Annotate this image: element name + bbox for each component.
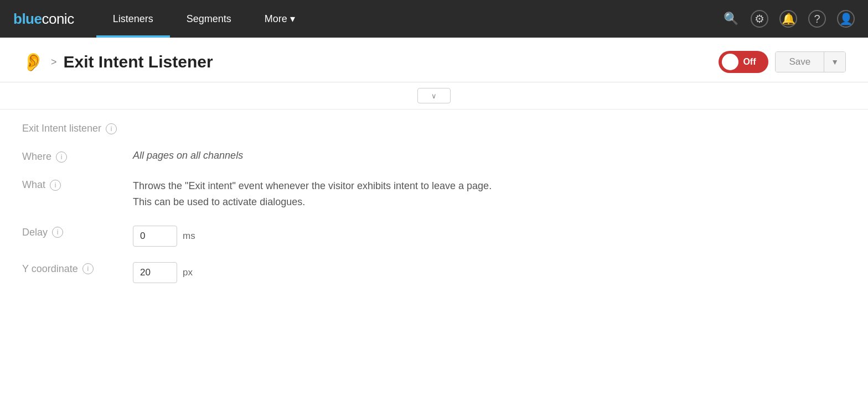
toggle-circle	[722, 54, 738, 70]
listener-icon: 👂	[22, 51, 44, 72]
search-icon[interactable]: 🔍	[722, 10, 740, 28]
breadcrumb-arrow: >	[51, 56, 57, 68]
nav-links: Listeners Segments More ▾	[96, 0, 722, 38]
y-coordinate-unit: px	[183, 267, 193, 278]
page-title: Exit Intent Listener	[64, 53, 213, 71]
delay-input[interactable]	[133, 226, 177, 247]
gear-icon[interactable]: ⚙	[751, 10, 768, 28]
what-value: Throws the "Exit intent" event whenever …	[133, 178, 846, 210]
section-info-icon[interactable]: i	[106, 123, 117, 134]
where-value: All pages on all channels	[133, 150, 846, 161]
y-coordinate-label: Y coordinate i	[22, 262, 133, 275]
content: 👂 > Exit Intent Listener Off Save ▼ ∨ Ex…	[0, 38, 868, 407]
collapse-arrow: ∨	[431, 92, 437, 100]
delay-label: Delay i	[22, 226, 133, 238]
question-icon[interactable]: ?	[808, 10, 826, 28]
page-title-area: 👂 > Exit Intent Listener	[22, 51, 719, 72]
navbar: blueconic Listeners Segments More ▾ 🔍 ⚙ …	[0, 0, 868, 38]
y-coordinate-info-icon[interactable]: i	[82, 263, 94, 274]
logo-blue: blue	[13, 11, 42, 28]
what-row: What i Throws the "Exit intent" event wh…	[22, 178, 846, 210]
form-section: Exit Intent listener i Where i All pages…	[0, 109, 868, 312]
y-coordinate-row: Y coordinate i px	[22, 262, 846, 283]
nav-link-more[interactable]: More ▾	[248, 0, 312, 38]
nav-link-segments[interactable]: Segments	[170, 0, 248, 38]
collapse-bar: ∨	[0, 82, 868, 109]
delay-info-icon[interactable]: i	[52, 227, 63, 238]
what-info-icon[interactable]: i	[50, 180, 61, 191]
collapse-button[interactable]: ∨	[417, 88, 451, 103]
y-coordinate-input-group: px	[133, 262, 846, 283]
save-dropdown-button[interactable]: ▼	[824, 52, 845, 72]
where-row: Where i All pages on all channels	[22, 150, 846, 163]
header-actions: Off Save ▼	[719, 51, 846, 73]
toggle-switch[interactable]: Off	[719, 51, 768, 73]
nav-icons: 🔍 ⚙ 🔔 ? 👤	[722, 10, 855, 28]
where-label: Where i	[22, 150, 133, 163]
save-button[interactable]: Save	[776, 52, 824, 72]
toggle-label: Off	[743, 57, 756, 67]
y-coordinate-input[interactable]	[133, 262, 177, 283]
where-info-icon[interactable]: i	[56, 152, 67, 163]
delay-unit: ms	[183, 231, 195, 242]
page-header: 👂 > Exit Intent Listener Off Save ▼	[0, 38, 868, 82]
y-coordinate-value: px	[133, 262, 846, 283]
what-label: What i	[22, 178, 133, 191]
delay-input-group: ms	[133, 226, 846, 247]
user-icon[interactable]: 👤	[837, 10, 855, 28]
save-button-group: Save ▼	[775, 51, 846, 72]
delay-value: ms	[133, 226, 846, 247]
nav-link-listeners[interactable]: Listeners	[96, 0, 170, 38]
section-title: Exit Intent listener i	[22, 123, 846, 134]
delay-row: Delay i ms	[22, 226, 846, 247]
logo[interactable]: blueconic	[13, 11, 74, 28]
bell-icon[interactable]: 🔔	[779, 10, 797, 28]
logo-white: conic	[42, 11, 74, 28]
